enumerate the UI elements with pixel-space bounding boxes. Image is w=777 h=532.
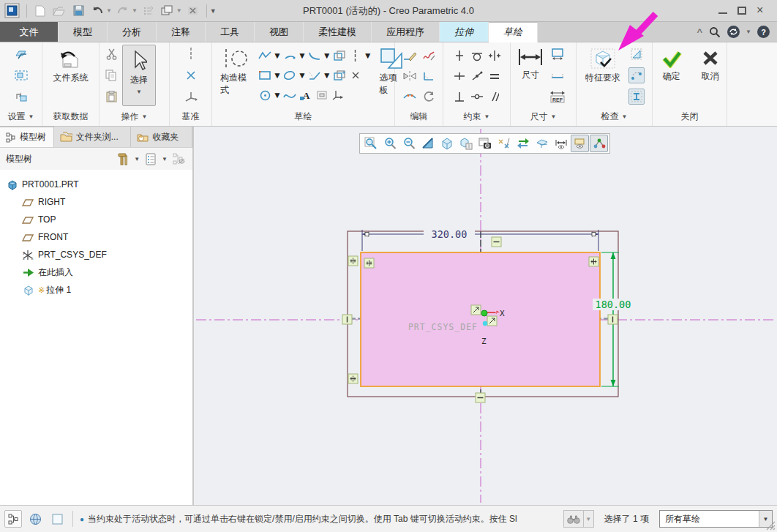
tab-file[interactable]: 文件 [0, 22, 59, 42]
windows-caret-icon[interactable]: ▼ [176, 7, 182, 14]
tree-item-extrude[interactable]: ※ 拉伸 1 [0, 281, 192, 299]
tab-model-tree[interactable]: 模型树 [0, 127, 54, 147]
point-icon[interactable] [183, 67, 199, 83]
line-chain-icon[interactable] [257, 48, 273, 64]
sketch-csys-icon[interactable] [330, 87, 346, 103]
ok-button[interactable]: 确定 [655, 45, 688, 83]
chevron-down-icon[interactable]: ▼ [298, 50, 307, 61]
tangent-constraint-icon[interactable] [469, 48, 485, 64]
tree-filters-icon[interactable] [143, 151, 159, 167]
open-ends-icon[interactable] [628, 67, 645, 83]
selection-filter-combobox[interactable]: 所有草绘 ▼ [659, 510, 773, 528]
corner-icon[interactable] [421, 68, 437, 84]
sketch-orientation-icon[interactable] [13, 46, 29, 62]
refit-icon[interactable] [361, 135, 380, 152]
group-label-dimension[interactable]: 尺寸▼ [511, 108, 576, 126]
redo-icon[interactable] [115, 3, 131, 19]
text-icon[interactable]: A [298, 87, 314, 103]
resize-grip[interactable] [766, 521, 776, 531]
zoom-out-icon[interactable] [399, 135, 418, 152]
community-caret-icon[interactable]: ▼ [746, 29, 751, 35]
datum-display-icon[interactable] [495, 135, 513, 152]
tree-item-top[interactable]: TOP [0, 211, 192, 228]
undo-caret-icon[interactable]: ▼ [106, 7, 112, 14]
tab-model[interactable]: 模型 [59, 22, 108, 42]
overlapping-geometry-icon[interactable] [628, 46, 645, 62]
chevron-down-icon[interactable]: ▼ [583, 511, 593, 527]
copy-icon[interactable] [103, 67, 119, 83]
undo-icon[interactable] [89, 3, 105, 19]
graphics-area[interactable]: 320.00 180.00 [194, 127, 777, 505]
tab-tools[interactable]: 工具 [206, 22, 255, 42]
chevron-down-icon[interactable]: ▼ [162, 156, 168, 162]
reference-dimension-icon[interactable]: REF [549, 89, 566, 105]
conic-icon[interactable] [307, 48, 323, 64]
tree-item-front[interactable]: FRONT [0, 228, 192, 246]
sketch-orientation-toggle-icon[interactable] [571, 135, 589, 152]
customize-caret-icon[interactable]: ▼ [210, 7, 217, 15]
view-manager-icon[interactable] [476, 135, 494, 152]
tab-sketch[interactable]: 草绘 [489, 22, 538, 42]
display-style-icon[interactable] [438, 135, 456, 152]
chevron-down-icon[interactable]: ▼ [273, 70, 282, 80]
chevron-down-icon[interactable]: ▼ [364, 50, 372, 61]
tab-view[interactable]: 视图 [255, 22, 304, 42]
paste-icon[interactable] [103, 89, 119, 105]
windows-icon[interactable] [159, 3, 176, 19]
group-label-inspect[interactable]: 检查▼ [577, 108, 652, 126]
circle-icon[interactable] [257, 87, 273, 103]
zoom-in-icon[interactable] [380, 135, 399, 152]
point2-icon[interactable] [348, 67, 364, 83]
community-icon[interactable] [727, 26, 740, 38]
vertical-constraint-icon[interactable] [451, 48, 468, 64]
mirror-icon[interactable] [402, 68, 418, 84]
coordinate-system-icon[interactable] [183, 89, 199, 105]
perimeter-dimension-icon[interactable] [549, 46, 566, 62]
dimension-button[interactable]: 尺寸 [514, 45, 547, 81]
sketch-setup-icon[interactable] [13, 67, 29, 83]
chevron-down-icon[interactable]: ▼ [323, 50, 331, 61]
equal-constraint-icon[interactable] [487, 68, 503, 84]
regenerate-icon[interactable] [140, 3, 157, 19]
tab-extrude[interactable]: 拉伸 [440, 22, 489, 42]
tab-applications[interactable]: 应用程序 [372, 22, 440, 42]
tab-folder-browser[interactable]: 文件夹浏... [54, 127, 132, 147]
group-label-settings[interactable]: 设置▼ [0, 108, 42, 126]
project-icon[interactable] [314, 87, 330, 103]
chevron-down-icon[interactable]: ▼ [298, 70, 307, 80]
browser-toggle-icon[interactable] [26, 510, 44, 528]
sketch-display-icon[interactable] [552, 135, 570, 152]
parallel-constraint-icon[interactable] [487, 89, 503, 105]
app-window-icon[interactable] [4, 3, 20, 18]
replace-section-icon[interactable] [13, 89, 29, 105]
sketch-rectangle[interactable] [361, 252, 600, 386]
select-button[interactable]: 选择 ▼ [122, 45, 156, 106]
group-label-operations[interactable]: 操作▼ [100, 108, 169, 126]
chevron-down-icon[interactable]: ▼ [273, 90, 282, 100]
saved-views-icon[interactable] [457, 135, 475, 152]
maximize-icon[interactable] [737, 7, 746, 15]
group-label-constrain[interactable]: 约束▼ [443, 108, 510, 126]
divide-icon[interactable] [402, 89, 418, 105]
navigator-toggle-icon[interactable] [4, 510, 22, 528]
full-screen-toggle-icon[interactable] [48, 510, 66, 528]
close-window-icon[interactable] [185, 3, 201, 19]
rotate-resize-icon[interactable] [421, 89, 437, 105]
chevron-down-icon[interactable]: ▼ [323, 70, 331, 80]
tree-item-part[interactable]: PRT0001.PRT [0, 176, 192, 193]
baseline-dimension-icon[interactable] [549, 67, 566, 83]
tree-item-csys[interactable]: yxz PRT_CSYS_DEF [0, 246, 192, 263]
ellipse-icon[interactable] [282, 67, 298, 83]
spline-icon[interactable] [282, 87, 298, 103]
horizontal-constraint-icon[interactable] [451, 68, 468, 84]
symmetric-constraint-icon[interactable] [487, 48, 503, 64]
collapse-ribbon-icon[interactable]: ^ [697, 26, 702, 37]
save-icon[interactable] [70, 3, 86, 19]
modify-icon[interactable] [402, 48, 418, 64]
redo-caret-icon[interactable]: ▼ [132, 7, 138, 14]
perpendicular-constraint-icon[interactable] [451, 89, 468, 105]
sketch-view-toggle-icon[interactable] [590, 135, 608, 152]
close-icon[interactable]: × [757, 7, 767, 15]
tree-item-right[interactable]: RIGHT [0, 193, 192, 211]
chevron-down-icon[interactable]: ▼ [134, 156, 140, 162]
